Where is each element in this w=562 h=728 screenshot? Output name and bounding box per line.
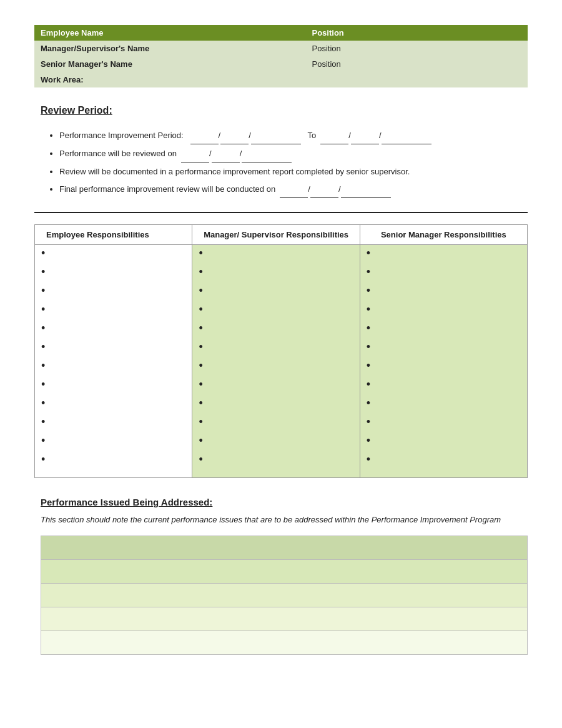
sr-mgr-bullet-1: • — [367, 249, 521, 259]
sr-mgr-bullet-11: • — [367, 436, 521, 446]
mgr-bullet-6: • — [199, 342, 353, 352]
sr-mgr-bullet-6: • — [367, 342, 521, 352]
mgr-bullets-cell: • • • • • • • • • • • • — [192, 245, 360, 478]
section-divider — [34, 212, 528, 213]
emp-bullet-12: • — [41, 455, 185, 465]
sr-mgr-bullet-5: • — [367, 324, 521, 334]
emp-bullet-11: • — [41, 436, 185, 446]
sr-mgr-resp-header: Senior Manager Responsibilities — [360, 225, 527, 245]
review-date-text: Performance will be reviewed on / / — [59, 149, 292, 158]
senior-manager-name-label: Senior Manager's Name — [34, 56, 306, 72]
review-period-title: Review Period: — [41, 105, 528, 116]
mgr-bullet-8: • — [199, 380, 353, 390]
position-header: Position — [306, 25, 528, 41]
mgr-bullet-5: • — [199, 324, 353, 334]
emp-resp-header: Employee Responsibilities — [35, 225, 192, 245]
emp-bullet-5: • — [41, 324, 185, 334]
mgr-bullet-3: • — [199, 286, 353, 296]
emp-bullet-9: • — [41, 399, 185, 409]
mgr-bullet-12: • — [199, 455, 353, 465]
perf-issue-description: This section should note the current per… — [41, 514, 528, 527]
employee-name-header: Employee Name — [34, 25, 306, 41]
emp-bullet-4: • — [41, 305, 185, 315]
perf-row-4 — [41, 607, 528, 631]
resp-bullets-row: • • • • • • • • • • • • • • • • • • — [35, 245, 528, 478]
perf-row-3 — [41, 583, 528, 607]
sr-mgr-bullet-7: • — [367, 361, 521, 371]
performance-issue-section: Performance Issued Being Addressed: This… — [34, 497, 528, 655]
mgr-bullet-4: • — [199, 305, 353, 315]
emp-bullets-cell: • • • • • • • • • • • • — [35, 245, 192, 478]
manager-name-label: Manager/Supervisor's Name — [34, 41, 306, 56]
work-area-label: Work Area: — [34, 72, 528, 87]
review-date-bullet: Performance will be reviewed on / / — [59, 146, 528, 162]
emp-bullet-3: • — [41, 286, 185, 296]
responsibilities-table: Employee Responsibilities Manager/ Super… — [34, 224, 528, 478]
final-review-text: Final performance improvement review wil… — [59, 184, 391, 194]
senior-manager-position-value: Position — [306, 56, 528, 72]
mgr-bullet-7: • — [199, 361, 353, 371]
emp-bullet-8: • — [41, 380, 185, 390]
sr-mgr-bullets-cell: • • • • • • • • • • • • — [360, 245, 527, 478]
manager-position-value: Position — [306, 41, 528, 56]
emp-bullet-10: • — [41, 417, 185, 427]
review-period-section: Review Period: Performance Improvement P… — [34, 105, 528, 198]
mgr-bullet-11: • — [199, 436, 353, 446]
emp-bullet-1: • — [41, 249, 185, 259]
mgr-bullet-1: • — [199, 249, 353, 259]
emp-bullet-2: • — [41, 267, 185, 277]
sr-mgr-bullet-8: • — [367, 380, 521, 390]
perf-issue-rows-table — [41, 536, 528, 655]
emp-bullet-7: • — [41, 361, 185, 371]
mgr-bullet-10: • — [199, 417, 353, 427]
perf-issue-title: Performance Issued Being Addressed: — [41, 497, 528, 507]
sr-mgr-bullet-3: • — [367, 286, 521, 296]
mgr-resp-header: Manager/ Supervisor Responsibilities — [192, 225, 360, 245]
mgr-bullet-2: • — [199, 267, 353, 277]
mgr-bullet-9: • — [199, 399, 353, 409]
sr-mgr-bullet-4: • — [367, 305, 521, 315]
perf-row-2 — [41, 559, 528, 583]
final-review-bullet: Final performance improvement review wil… — [59, 181, 528, 198]
info-table: Employee Name Position Manager/Superviso… — [34, 25, 528, 87]
sr-mgr-bullet-12: • — [367, 455, 521, 465]
review-period-bullets: Performance Improvement Period: / / To /… — [41, 127, 528, 198]
emp-bullet-6: • — [41, 342, 185, 352]
perf-row-1 — [41, 536, 528, 559]
pip-period-bullet: Performance Improvement Period: / / To /… — [59, 127, 528, 144]
perf-row-5 — [41, 631, 528, 654]
sr-mgr-bullet-10: • — [367, 417, 521, 427]
pip-period-text: Performance Improvement Period: / / To /… — [59, 131, 431, 140]
documented-bullet: Review will be documented in a performan… — [59, 164, 528, 180]
sr-mgr-bullet-9: • — [367, 399, 521, 409]
documented-text: Review will be documented in a performan… — [59, 167, 410, 176]
sr-mgr-bullet-2: • — [367, 267, 521, 277]
